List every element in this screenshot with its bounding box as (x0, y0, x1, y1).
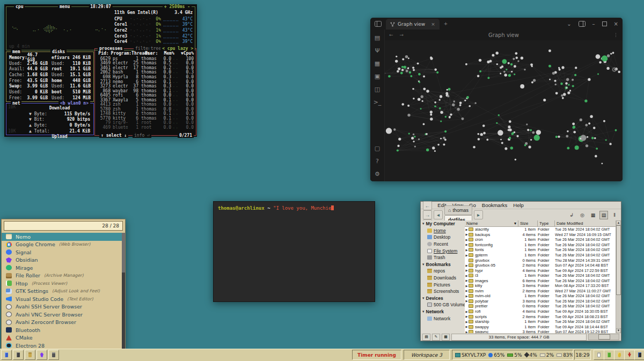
trash-launcher-button[interactable] (48, 350, 59, 360)
file-row-nvim[interactable]: ▶nvim2 itemsFolderWed 27 Mar 2024 11:00:… (465, 289, 616, 294)
file-row-rofi[interactable]: ▶rofi4 itemsFolderTue 09 Apr 2024 16:30:… (465, 309, 616, 314)
new-folder-button[interactable]: ▤ (422, 334, 430, 341)
file-row-prettier[interactable]: prettier0 itemsFolderTue 26 Mar 2024 18:… (465, 304, 616, 309)
scroll-down-icon[interactable]: ▼ (616, 328, 621, 333)
menu-tag[interactable]: menu (58, 4, 71, 9)
launcher-scrollbar[interactable] (122, 233, 125, 349)
tab-graph-view[interactable]: Graph view × (386, 19, 440, 30)
process-row[interactable]: 2713nemo6thomas0.1⠄⠄0.0 (97, 79, 194, 84)
icon-view-icon[interactable]: ▦ (589, 211, 597, 219)
file-row-backups[interactable]: ▶backups4 itemsFolderWed 27 Mar 2024 16:… (465, 232, 616, 238)
process-row[interactable]: 79irq/9-acpi1root0.0⠄⠄0.0 (97, 121, 194, 126)
display-tray-button[interactable] (634, 350, 644, 360)
process-column-header[interactable]: Program: (109, 51, 132, 56)
back-icon[interactable]: ← (389, 32, 393, 38)
sidebar-item-500-gb-volume[interactable]: 500 GB Volume (421, 301, 465, 308)
expander-icon[interactable]: ▶ (465, 284, 469, 288)
expander-icon[interactable]: ▶ (465, 264, 469, 267)
expander-icon[interactable]: ▶ (465, 279, 469, 282)
tray-diamond[interactable]: 4% (525, 352, 537, 358)
expand-arrow-icon[interactable]: ▾ (422, 310, 425, 314)
launcher-item-google-chrome[interactable]: Google Chrome(Web Browser) (2, 241, 122, 249)
tabs-scroll-right-button[interactable]: ▸ (474, 210, 483, 219)
expander-icon[interactable]: ▶ (465, 269, 469, 272)
process-row[interactable]: 5770kitty6thomas0.1⠄⠄0.0 (97, 116, 194, 121)
expander-icon[interactable]: ▶ (465, 325, 469, 328)
forward-icon[interactable]: → (400, 32, 404, 38)
launcher-item-nemo[interactable]: Nemo (2, 233, 122, 241)
select-footer[interactable]: ↑ select ↓ (99, 133, 128, 138)
chevron-down-icon[interactable]: ⌄ (567, 21, 571, 27)
expander-icon[interactable]: ▶ (465, 254, 469, 257)
launcher-item-avahi-zeroconf-browser[interactable]: Avahi Zeroconf Browser (2, 319, 122, 327)
sidebar-item-desktop[interactable]: Desktop (421, 234, 465, 241)
obsidian-launcher-button[interactable] (36, 350, 47, 360)
sidebar-item-recent[interactable]: Recent (421, 241, 465, 248)
launcher-item-file-roller[interactable]: File Roller(Archive Manager) (2, 272, 122, 280)
sidebar-item-my-computer[interactable]: ▾My Computer (421, 220, 465, 227)
tray-battery[interactable]: 5% (507, 352, 522, 358)
file-row-gruvbox-95[interactable]: ▶gruvbox-952 itemsFolderSun 07 Apr 2024 … (465, 263, 616, 268)
file-row-hypr[interactable]: ▶hypr4 itemsFolderTue 09 Apr 2024 17:22:… (465, 268, 616, 273)
launcher-item-visual-studio-code[interactable]: Visual Studio Code(Text Editor) (2, 295, 122, 303)
side-pane-button[interactable]: ▦ (442, 334, 450, 341)
new-window-icon[interactable]: ↲ (567, 211, 576, 219)
minimize-icon[interactable]: – (592, 21, 595, 27)
launcher-item-mirage[interactable]: Mirage (2, 264, 122, 272)
new-tab-icon[interactable]: + (444, 21, 448, 26)
cpu-box-tag[interactable]: cpu (14, 4, 25, 9)
sidebar-item-downloads[interactable]: Downloads (421, 275, 465, 282)
launcher-item-signal[interactable]: Signal (2, 248, 122, 256)
file-row-nvim-old[interactable]: ▶nvim-old1 itemFolderTue 26 Mar 2024 18:… (465, 293, 616, 299)
graph-settings-icon[interactable]: ⚙ (611, 66, 617, 73)
expander-icon[interactable]: ▶ (465, 238, 469, 241)
graph-view-canvas-area[interactable]: ⚙ (385, 40, 623, 181)
processes-box-tag[interactable]: processes (98, 46, 124, 51)
file-row-starship[interactable]: ▶starship1 itemFolderTue 26 Mar 2024 18:… (465, 319, 616, 325)
launcher-item-gtk-settings[interactable]: GTK Settings(Adjust Look and Feel) (2, 288, 122, 296)
column-size[interactable]: Size (518, 220, 538, 227)
process-row[interactable]: 469bluetoothd1root0.0⠄⠄0.0 (97, 125, 194, 130)
process-row[interactable]: 3273electron37thomas0.3⠄⠄0.0 (97, 84, 194, 89)
process-row[interactable]: 698Hyprland8thomas0.3⠄⠄0.0 (97, 75, 194, 79)
notes-tray-button[interactable] (594, 350, 604, 360)
tabs-scroll-left-button[interactable]: ◂ (434, 210, 443, 219)
expander-icon[interactable]: ▶ (465, 320, 469, 323)
sort-tag[interactable]: < cpu lazy > (160, 46, 195, 51)
sidebar-item-repos[interactable]: repos (421, 268, 465, 275)
path-tab-thomas[interactable]: ⌂thomas (444, 205, 472, 215)
column-type[interactable]: Type (538, 220, 555, 227)
scrollbar-thumb[interactable] (616, 225, 621, 295)
process-column-header[interactable]: User: (142, 51, 164, 56)
process-row[interactable]: 2062bash1thomas0.0⠄⠄0.3 (97, 70, 194, 75)
graph-icon[interactable]: Ψ (375, 48, 380, 54)
calendar-icon[interactable]: ▣ (375, 73, 380, 79)
back-button[interactable]: ← (423, 201, 432, 210)
expand-arrow-icon[interactable]: ▾ (422, 222, 425, 226)
tray-bluetooth[interactable]: 65% (488, 352, 504, 358)
expander-icon[interactable]: ▶ (465, 233, 469, 236)
launcher-item-avahi-ssh-server-browser[interactable]: Avahi SSH Server Browser (2, 303, 122, 311)
terminal-icon[interactable]: >_ (374, 99, 382, 105)
computer-launcher-button[interactable] (1, 350, 12, 360)
process-row[interactable]: 6629ps1thomas0.0⠄⠄100 (97, 56, 194, 61)
disks-box-tag[interactable]: disks (50, 49, 67, 54)
expander-icon[interactable]: ▶ (465, 274, 469, 277)
file-row-cron[interactable]: ▶cron1 itemFolderTue 26 Mar 2024 18:04:0… (465, 237, 616, 242)
expander-icon[interactable]: ▶ (465, 299, 469, 303)
expand-arrow-icon[interactable]: ▾ (422, 296, 425, 300)
settings-icon[interactable]: ⚙ (375, 171, 380, 177)
file-row-swappy[interactable]: ▶swappy1 itemFolderTue 09 Apr 2024 18:14… (465, 324, 616, 329)
terminal-button[interactable]: ✎ (432, 334, 440, 341)
process-row[interactable]: 868waybar98thomas0.1⠄⠄0.0 (97, 89, 194, 93)
expander-icon[interactable]: ▶ (465, 289, 469, 292)
column-name[interactable]: Name ▾ (465, 220, 518, 227)
files-icon[interactable]: ▤ (375, 35, 380, 41)
expander-icon[interactable]: ▶ (465, 243, 469, 246)
graph-canvas[interactable] (385, 40, 623, 171)
file-row-scripts[interactable]: ▶scripts2 itemsFolderTue 09 Apr 2024 18:… (465, 314, 616, 319)
sidebar-item-pictures[interactable]: Pictures (421, 281, 465, 288)
maximize-icon[interactable] (602, 21, 607, 26)
sidebar-item-trash[interactable]: Trash (421, 254, 465, 261)
mem-box-tag[interactable]: mem (11, 49, 21, 54)
